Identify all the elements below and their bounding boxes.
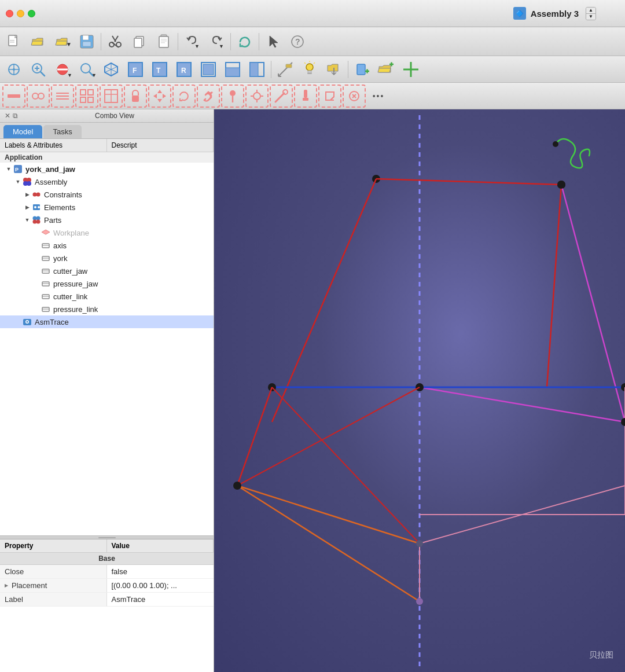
measure-button[interactable] bbox=[274, 58, 297, 81]
open-recent-button[interactable]: ▼ bbox=[51, 30, 74, 53]
prop-val-placement[interactable]: [(0.00 0.00 1.00); ... bbox=[107, 579, 214, 592]
tree-item-york[interactable]: york bbox=[0, 252, 214, 265]
add-general-button[interactable] bbox=[399, 58, 422, 81]
tree-item-workplane[interactable]: Workplane bbox=[0, 226, 214, 239]
left-view-button[interactable] bbox=[245, 58, 269, 81]
open-button[interactable] bbox=[27, 30, 50, 53]
main-layout: ✕ ⧉ Combo View Model Tasks Labels & Attr… bbox=[0, 109, 625, 672]
prop-col-property: Property bbox=[0, 539, 107, 552]
zoom-fit-button[interactable] bbox=[2, 58, 25, 81]
new-button[interactable] bbox=[2, 30, 25, 53]
combo-view-header: ✕ ⧉ Combo View bbox=[0, 109, 214, 123]
joint-button[interactable] bbox=[245, 85, 269, 108]
svg-marker-90 bbox=[163, 94, 166, 98]
cursor-button[interactable] bbox=[262, 30, 285, 53]
close-button[interactable] bbox=[6, 10, 13, 17]
top-view-button[interactable]: T bbox=[148, 58, 171, 81]
tree-item-asmtrace[interactable]: AsmTrace bbox=[0, 315, 214, 328]
minimize-button[interactable] bbox=[17, 10, 24, 17]
tree-icon-york-jaw: P bbox=[13, 164, 23, 174]
tool2-button[interactable] bbox=[294, 85, 317, 108]
flat-button[interactable] bbox=[2, 85, 25, 108]
tab-model[interactable]: Model bbox=[3, 125, 42, 138]
more-button[interactable]: ••• bbox=[367, 85, 390, 108]
svg-text:▼: ▼ bbox=[219, 43, 224, 49]
move-button[interactable] bbox=[148, 85, 171, 108]
tree-item-elements[interactable]: ▶ Elements bbox=[0, 201, 214, 214]
save-button[interactable] bbox=[75, 30, 98, 53]
prop-name-label: Label bbox=[0, 593, 107, 606]
svg-point-99 bbox=[283, 90, 288, 94]
bottom-view-button[interactable] bbox=[221, 58, 244, 81]
maximize-button[interactable] bbox=[28, 10, 35, 17]
iso-view-button[interactable] bbox=[100, 58, 123, 81]
pin-button[interactable] bbox=[221, 85, 244, 108]
paste-button[interactable] bbox=[152, 30, 175, 53]
lock-btn[interactable] bbox=[124, 85, 147, 108]
tool3-button[interactable] bbox=[318, 85, 341, 108]
table-button[interactable] bbox=[100, 85, 123, 108]
tree-item-parts[interactable]: ▼ Parts bbox=[0, 214, 214, 226]
window-stepper[interactable]: ▲ ▼ bbox=[586, 7, 596, 20]
tool4-button[interactable] bbox=[343, 85, 366, 108]
svg-line-63 bbox=[304, 63, 306, 64]
svg-rect-49 bbox=[203, 64, 214, 75]
copy-button[interactable] bbox=[128, 30, 151, 53]
chain-button[interactable] bbox=[27, 85, 50, 108]
tree-label-cutter-jaw: cutter_jaw bbox=[53, 267, 87, 276]
tree-label-cutter-link: cutter_link bbox=[53, 292, 87, 301]
tree-item-pressure-jaw[interactable]: pressure_jaw bbox=[0, 277, 214, 290]
stepper-up[interactable]: ▲ bbox=[586, 8, 595, 14]
property-panel: Property Value Base Close false Placemen… bbox=[0, 539, 214, 672]
link-btn[interactable] bbox=[197, 85, 220, 108]
tool1-button[interactable] bbox=[270, 85, 293, 108]
back-view-button[interactable] bbox=[197, 58, 220, 81]
svg-text:▼: ▼ bbox=[91, 72, 97, 78]
prop-val-label[interactable]: AsmTrace bbox=[107, 593, 214, 606]
prop-val-close[interactable]: false bbox=[107, 565, 214, 578]
svg-rect-17 bbox=[161, 41, 167, 42]
grid-button[interactable] bbox=[75, 85, 98, 108]
float-icon[interactable]: ⧉ bbox=[13, 112, 18, 120]
viewport-canvas bbox=[214, 109, 625, 672]
tab-tasks[interactable]: Tasks bbox=[43, 125, 81, 138]
front-view-button[interactable]: F bbox=[124, 58, 147, 81]
cut-button[interactable] bbox=[104, 30, 127, 53]
add-part2-button[interactable] bbox=[351, 58, 374, 81]
tree-label-asmtrace: AsmTrace bbox=[35, 318, 69, 326]
zoom-area-button[interactable]: ▼ bbox=[75, 58, 98, 81]
3d-viewport[interactable]: 贝拉图 bbox=[214, 109, 625, 672]
tree-icon-parts bbox=[31, 215, 42, 225]
right-view-button[interactable]: R bbox=[172, 58, 196, 81]
tree-header: Labels & Attributes Descript bbox=[0, 139, 214, 152]
sep3 bbox=[230, 33, 231, 50]
help-button[interactable]: ? bbox=[286, 30, 309, 53]
rotate-button[interactable] bbox=[172, 85, 196, 108]
svg-rect-53 bbox=[250, 63, 258, 76]
svg-rect-81 bbox=[80, 97, 86, 102]
tree-item-assembly[interactable]: ▼ Assembly bbox=[0, 175, 214, 188]
undo-button[interactable]: ▼ bbox=[181, 30, 204, 53]
tree-item-cutter-link[interactable]: cutter_link bbox=[0, 290, 214, 303]
tree-item-constraints[interactable]: ▶ Constraints bbox=[0, 188, 214, 201]
refresh-button[interactable] bbox=[233, 30, 256, 53]
export-button[interactable] bbox=[322, 58, 345, 81]
prop-row-placement: Placement [(0.00 0.00 1.00); ... bbox=[0, 579, 214, 593]
zoom-in-button[interactable] bbox=[27, 58, 50, 81]
prop-name-placement[interactable]: Placement bbox=[0, 579, 107, 592]
tree-icon-constraints bbox=[31, 189, 42, 200]
close-x-icon[interactable]: ✕ bbox=[5, 112, 10, 120]
no-entry-button[interactable]: ▼ bbox=[51, 58, 74, 81]
tree-item-york-jaw[interactable]: ▼ P york_and_jaw bbox=[0, 163, 214, 175]
redo-button[interactable]: ▼ bbox=[205, 30, 228, 53]
stepper-down[interactable]: ▼ bbox=[586, 14, 595, 20]
tree-item-axis[interactable]: axis bbox=[0, 239, 214, 252]
add-folder2-button[interactable] bbox=[375, 58, 398, 81]
sep2 bbox=[178, 33, 178, 50]
tree-item-cutter-jaw[interactable]: cutter_jaw bbox=[0, 265, 214, 277]
lamp-button[interactable] bbox=[298, 58, 321, 81]
toolbar-row1: ▼ ▼ ▼ ? bbox=[0, 27, 625, 56]
tree-item-pressure-link[interactable]: pressure_link bbox=[0, 303, 214, 315]
list-button[interactable] bbox=[51, 85, 74, 108]
tree-label-axis: axis bbox=[53, 241, 67, 250]
